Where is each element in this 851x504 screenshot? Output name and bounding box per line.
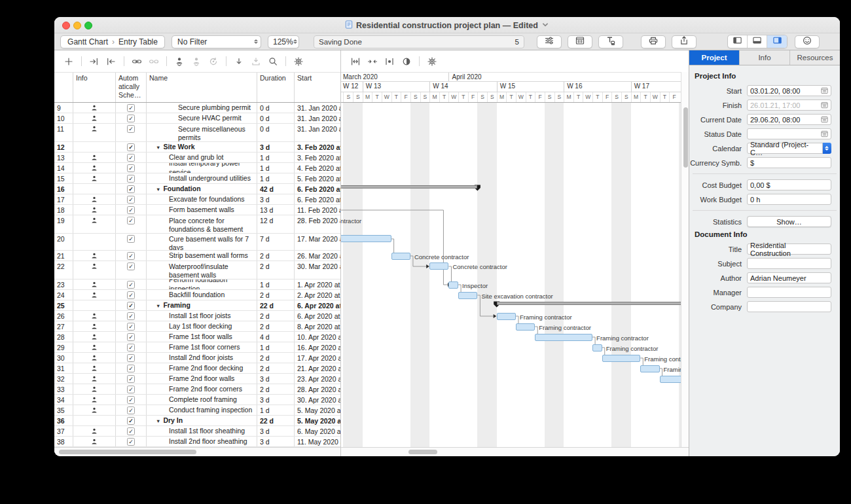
- reschedule-resource-icon[interactable]: [208, 56, 219, 67]
- calendar-field[interactable]: Standard (Project-C…: [747, 143, 823, 154]
- table-row[interactable]: 21✓Strip basement wall forms2 d26. Mar 2…: [54, 251, 340, 261]
- table-row[interactable]: 37✓Install 1st floor sheathing3 d6. May …: [54, 426, 340, 437]
- auto-schedule-checkbox[interactable]: ✓: [127, 217, 135, 225]
- auto-schedule-checkbox[interactable]: ✓: [127, 262, 135, 270]
- progress-circle-icon[interactable]: [401, 56, 412, 67]
- table-row[interactable]: 20✓Cure basement walls for 7 days7 d17. …: [54, 234, 340, 251]
- scrollbar-thumb[interactable]: [408, 450, 437, 454]
- panel-left-toggle[interactable]: [728, 35, 748, 48]
- table-row[interactable]: 32✓Frame 2nd floor walls3 d23. Apr 2020 …: [54, 374, 340, 384]
- table-row[interactable]: 22✓Waterproof/insulate basement walls2 d…: [54, 261, 340, 279]
- zoom-stepper[interactable]: 125%: [268, 35, 299, 48]
- table-row[interactable]: 23✓Perform foundation inspection1 d1. Ap…: [54, 279, 340, 290]
- task-bar[interactable]: [660, 376, 681, 383]
- disclosure-triangle-icon[interactable]: ▼: [156, 418, 160, 424]
- resource-icon[interactable]: [191, 56, 202, 67]
- table-row[interactable]: 14✓Install temporary power service1 d4. …: [54, 163, 340, 173]
- calendar-picker-icon[interactable]: [821, 101, 828, 109]
- warning-badge[interactable]: 5: [513, 38, 519, 46]
- auto-schedule-checkbox[interactable]: ✓: [127, 154, 135, 162]
- table-row[interactable]: 24✓Backfill foundation2 d2. Apr 2020 at…: [54, 290, 340, 300]
- add-icon[interactable]: [63, 56, 74, 67]
- help-button[interactable]: [795, 35, 820, 48]
- auto-schedule-checkbox[interactable]: ✓: [127, 302, 135, 310]
- auto-schedule-checkbox[interactable]: ✓: [127, 175, 135, 183]
- finish-field[interactable]: 26.01.21, 17:00: [747, 99, 831, 111]
- scrollbar-thumb[interactable]: [59, 450, 196, 454]
- subject-field[interactable]: [747, 258, 831, 269]
- calendar-picker-icon[interactable]: [821, 87, 828, 94]
- tab-info[interactable]: Info: [740, 50, 790, 65]
- settings-icon[interactable]: [293, 56, 304, 67]
- author-field[interactable]: Adrian Neumeyer: [747, 272, 831, 283]
- column-header-start[interactable]: Start: [295, 73, 340, 102]
- auto-schedule-checkbox[interactable]: ✓: [127, 291, 135, 299]
- calendar-picker-icon[interactable]: [821, 116, 828, 123]
- panel-bottom-toggle[interactable]: [748, 35, 767, 48]
- assign-resource-icon[interactable]: [174, 56, 185, 67]
- table-row[interactable]: 34✓Complete roof framing3 d30. Apr 2020 …: [54, 395, 340, 405]
- task-bar[interactable]: [429, 262, 448, 270]
- column-header-duration[interactable]: Duration: [257, 73, 295, 102]
- auto-schedule-checkbox[interactable]: ✓: [127, 427, 135, 435]
- auto-schedule-checkbox[interactable]: ✓: [127, 125, 135, 133]
- statistics-show-button[interactable]: Show…: [747, 216, 831, 227]
- table-row[interactable]: 12✓▼Site Work3 d3. Feb 2020 at…: [54, 142, 340, 153]
- collapse-columns-icon[interactable]: [367, 56, 378, 67]
- table-row[interactable]: 35✓Conduct framing inspection1 d5. May 2…: [54, 405, 340, 416]
- cost-budget-field[interactable]: 0,00 $: [747, 179, 831, 190]
- table-row[interactable]: 26✓Install 1st floor joists2 d6. Apr 202…: [54, 311, 340, 321]
- table-row[interactable]: 25✓▼Framing22 d6. Apr 2020 at…: [54, 300, 340, 311]
- text-style-button[interactable]: [598, 35, 623, 48]
- auto-schedule-checkbox[interactable]: ✓: [127, 323, 135, 331]
- task-bar[interactable]: [516, 323, 535, 331]
- indent-right-icon[interactable]: [89, 56, 100, 67]
- table-row[interactable]: 38✓Install 2nd floor sheathing3 d11. May…: [54, 437, 340, 447]
- work-budget-field[interactable]: 0 h: [747, 194, 831, 205]
- auto-schedule-checkbox[interactable]: ✓: [127, 386, 135, 393]
- panel-right-toggle[interactable]: [767, 35, 787, 48]
- tab-project[interactable]: Project: [689, 50, 740, 65]
- task-bar[interactable]: [640, 365, 659, 372]
- auto-schedule-checkbox[interactable]: ✓: [127, 252, 135, 260]
- auto-schedule-checkbox[interactable]: ✓: [127, 104, 135, 112]
- currency-symb--field[interactable]: $: [747, 157, 831, 168]
- task-bar[interactable]: [341, 235, 391, 242]
- auto-schedule-checkbox[interactable]: ✓: [127, 344, 135, 351]
- table-row[interactable]: 36✓▼Dry In22 d5. May 2020 at…: [54, 416, 340, 426]
- table-row[interactable]: 9✓Secure plumbing permit0 d31. Jan 2020 …: [54, 103, 340, 113]
- auto-schedule-checkbox[interactable]: ✓: [127, 196, 135, 204]
- table-row[interactable]: 17✓Excavate for foundations3 d6. Feb 202…: [54, 194, 340, 205]
- current-date-field[interactable]: 29.06.20, 08:00: [747, 114, 831, 125]
- filter-dropdown[interactable]: No Filter: [172, 35, 261, 48]
- auto-schedule-checkbox[interactable]: ✓: [127, 375, 135, 383]
- task-bar[interactable]: [391, 253, 410, 260]
- settings-icon[interactable]: [427, 56, 437, 67]
- company-field[interactable]: [747, 301, 831, 312]
- table-row[interactable]: 27✓Lay 1st floor decking2 d8. Apr 2020 a…: [54, 321, 340, 332]
- auto-schedule-checkbox[interactable]: ✓: [127, 143, 135, 151]
- status-date-field[interactable]: [747, 128, 831, 139]
- task-bar[interactable]: [458, 292, 477, 299]
- column-header-num[interactable]: [54, 73, 73, 102]
- auto-schedule-checkbox[interactable]: ✓: [127, 354, 135, 362]
- title-chevron-down-icon[interactable]: [541, 20, 549, 31]
- unlink-icon[interactable]: [149, 56, 159, 67]
- move-down-icon[interactable]: [234, 56, 244, 67]
- title-field[interactable]: Residential Construction: [747, 243, 831, 255]
- start-field[interactable]: 03.01.20, 08:00: [747, 85, 831, 96]
- import-icon[interactable]: [251, 56, 261, 67]
- calendar-button[interactable]: [568, 35, 592, 48]
- table-row[interactable]: 19✓Place concrete for foundations & base…: [54, 215, 340, 234]
- task-bar[interactable]: [497, 313, 516, 320]
- select-stepper-icon[interactable]: [822, 143, 831, 154]
- auto-schedule-checkbox[interactable]: ✓: [127, 312, 135, 320]
- auto-schedule-checkbox[interactable]: ✓: [127, 115, 135, 122]
- auto-schedule-checkbox[interactable]: ✓: [127, 438, 135, 446]
- summary-bar[interactable]: [497, 302, 681, 305]
- auto-schedule-checkbox[interactable]: ✓: [127, 333, 135, 341]
- table-row[interactable]: 29✓Frame 1st floor corners1 d16. Apr 202…: [54, 342, 340, 353]
- task-bar[interactable]: [448, 281, 458, 289]
- table-row[interactable]: 15✓Install underground utilities1 d5. Fe…: [54, 173, 340, 184]
- auto-schedule-checkbox[interactable]: ✓: [127, 206, 135, 214]
